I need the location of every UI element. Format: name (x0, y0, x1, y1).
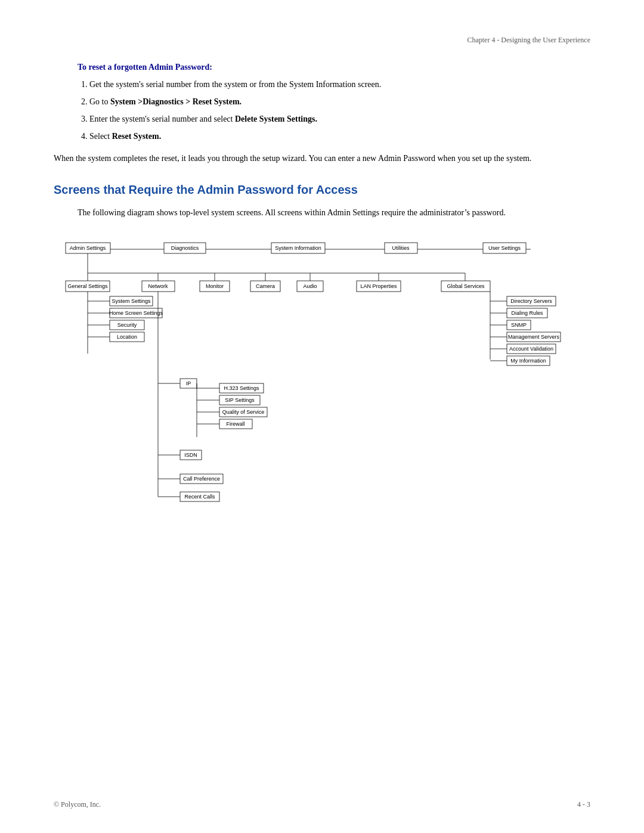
node-diagnostics: Diagnostics (171, 245, 199, 251)
node-general-settings: General Settings (67, 283, 108, 289)
footer-right: 4 - 3 (577, 800, 590, 809)
node-admin-settings: Admin Settings (70, 245, 106, 251)
chapter-text: Chapter 4 - Designing the User Experienc… (467, 36, 590, 44)
section-title: Screens that Require the Admin Password … (54, 183, 590, 197)
node-monitor: Monitor (206, 283, 224, 289)
step-1: Get the system's serial number from the … (89, 78, 590, 91)
node-firewall: Firewall (226, 421, 244, 427)
step-4: Select Reset System. (89, 130, 590, 143)
node-global-services: Global Services (447, 283, 485, 289)
page-footer: © Polycom, Inc. 4 - 3 (54, 800, 590, 809)
footer-left: © Polycom, Inc. (54, 800, 101, 809)
node-security: Security (117, 322, 137, 328)
node-system-information: System Information (275, 245, 321, 251)
node-audio: Audio (303, 283, 317, 289)
section-intro: The following diagram shows top-level sy… (78, 206, 590, 219)
closing-text: When the system completes the reset, it … (54, 152, 590, 165)
node-snmp: SNMP (511, 322, 527, 328)
node-directory-servers: Directory Servers (510, 298, 552, 304)
admin-screens-diagram: Admin Settings Diagnostics System Inform… (54, 234, 590, 606)
node-location: Location (117, 334, 137, 340)
node-dialing-rules: Dialing Rules (511, 310, 543, 316)
node-quality-of-service: Quality of Service (222, 409, 265, 415)
node-system-settings: System Settings (112, 298, 151, 304)
node-home-screen-settings: Home Screen Settings (109, 310, 163, 316)
step-2: Go to System >Diagnostics > Reset System… (89, 95, 590, 108)
node-user-settings: User Settings (488, 245, 521, 251)
node-sip-settings: SIP Settings (225, 397, 255, 403)
node-camera: Camera (256, 283, 275, 289)
node-management-servers: Management Servers (508, 334, 560, 340)
node-utilities: Utilities (392, 245, 410, 251)
node-network: Network (148, 283, 168, 289)
reset-heading: To reset a forgotten Admin Password: (78, 63, 590, 72)
node-lan-properties: LAN Properties (360, 283, 397, 289)
tree-diagram-svg: Admin Settings Diagnostics System Inform… (54, 234, 590, 604)
steps-list: Get the system's serial number from the … (89, 78, 590, 143)
node-isdn: ISDN (184, 452, 197, 458)
node-account-validation: Account Validation (509, 346, 553, 352)
node-ip: IP (186, 380, 191, 386)
step-3: Enter the system's serial number and sel… (89, 113, 590, 125)
node-h323-settings: H.323 Settings (224, 385, 259, 391)
node-call-preference: Call Preference (183, 476, 220, 482)
node-recent-calls: Recent Calls (184, 494, 215, 500)
chapter-header: Chapter 4 - Designing the User Experienc… (54, 36, 590, 45)
node-my-information: My Information (510, 358, 546, 364)
